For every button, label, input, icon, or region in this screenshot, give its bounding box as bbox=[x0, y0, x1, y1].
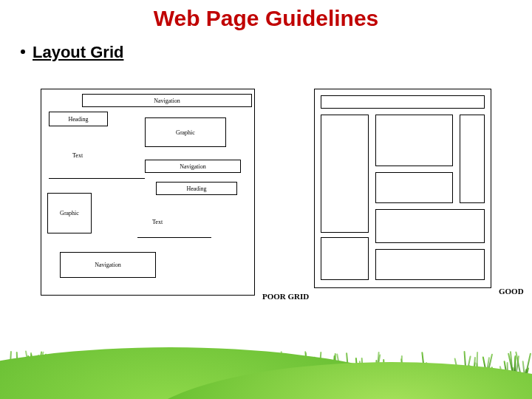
poor-nav-bottom: Navigation bbox=[60, 252, 156, 278]
poor-graphic-1: Graphic bbox=[145, 117, 226, 147]
good-main-top bbox=[375, 115, 453, 166]
good-right-strip bbox=[460, 115, 485, 203]
good-left-box bbox=[321, 115, 369, 233]
good-main-mid bbox=[375, 172, 453, 203]
good-left-bottom bbox=[321, 237, 369, 280]
good-footer bbox=[375, 249, 485, 280]
good-header bbox=[321, 95, 485, 109]
bullet-text: Layout Grid bbox=[33, 43, 123, 61]
poor-heading-2: Heading bbox=[156, 182, 237, 195]
poor-nav-top: Navigation bbox=[82, 94, 252, 107]
good-grid-caption: GOOD bbox=[499, 287, 524, 296]
good-left-col bbox=[321, 115, 369, 233]
slide: Web Page Guidelines Layout Grid Navigati… bbox=[0, 0, 532, 399]
poor-nav-mid: Navigation bbox=[145, 160, 241, 173]
good-main-bottom bbox=[375, 209, 485, 243]
good-grid-diagram bbox=[314, 89, 491, 288]
poor-text-2: Text bbox=[152, 219, 163, 225]
poor-divider bbox=[49, 178, 145, 179]
bullet-layout-grid: Layout Grid bbox=[21, 43, 123, 62]
poor-heading-1: Heading bbox=[49, 112, 108, 126]
grass-footer-decoration bbox=[0, 332, 532, 399]
poor-graphic-2: Graphic bbox=[47, 193, 92, 233]
poor-grid-diagram: Navigation Heading Graphic Text Navigati… bbox=[41, 89, 255, 296]
poor-grid-caption: POOR GRID bbox=[262, 292, 309, 301]
layout-grid-figure: Navigation Heading Graphic Text Navigati… bbox=[41, 89, 499, 303]
page-title: Web Page Guidelines bbox=[0, 6, 532, 31]
bullet-dot-icon bbox=[21, 50, 25, 54]
poor-divider-2 bbox=[137, 237, 211, 238]
poor-text-1: Text bbox=[72, 152, 83, 159]
